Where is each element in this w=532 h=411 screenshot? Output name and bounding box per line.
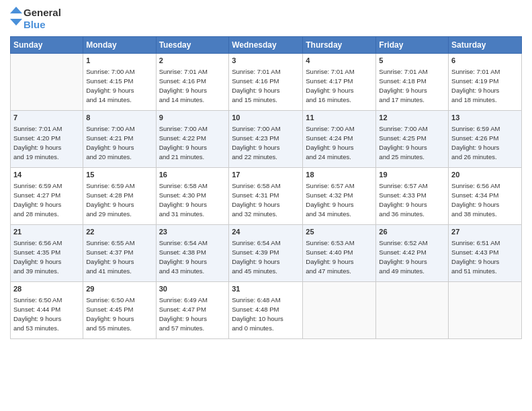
day-number: 12 [379, 113, 445, 123]
calendar-cell [449, 282, 522, 339]
calendar-cell: 21Sunrise: 6:56 AMSunset: 4:35 PMDayligh… [11, 225, 83, 282]
calendar-week-row: 28Sunrise: 6:50 AMSunset: 4:44 PMDayligh… [11, 282, 522, 339]
day-number: 17 [232, 170, 300, 180]
calendar-header-friday: Friday [376, 37, 449, 54]
day-number: 25 [306, 227, 373, 237]
day-info: Sunrise: 6:50 AMSunset: 4:45 PMDaylight:… [86, 295, 152, 332]
logo-bird-icon [10, 7, 22, 31]
calendar-cell: 23Sunrise: 6:54 AMSunset: 4:38 PMDayligh… [156, 225, 229, 282]
svg-marker-1 [10, 19, 22, 26]
day-info: Sunrise: 6:58 AMSunset: 4:30 PMDaylight:… [159, 181, 226, 218]
calendar-cell: 7Sunrise: 7:01 AMSunset: 4:20 PMDaylight… [11, 111, 83, 168]
day-info: Sunrise: 6:48 AMSunset: 4:48 PMDaylight:… [232, 295, 300, 332]
day-info: Sunrise: 7:00 AMSunset: 4:22 PMDaylight:… [159, 124, 226, 161]
day-number: 30 [159, 284, 226, 294]
day-number: 2 [159, 56, 226, 66]
day-info: Sunrise: 6:58 AMSunset: 4:31 PMDaylight:… [232, 181, 300, 218]
day-number: 19 [379, 170, 445, 180]
calendar-cell: 8Sunrise: 7:00 AMSunset: 4:21 PMDaylight… [83, 111, 156, 168]
day-number: 21 [13, 227, 80, 237]
day-info: Sunrise: 7:01 AMSunset: 4:16 PMDaylight:… [159, 67, 226, 104]
day-info: Sunrise: 6:56 AMSunset: 4:35 PMDaylight:… [13, 238, 80, 275]
page-header: General Blue [10, 7, 522, 31]
day-number: 11 [306, 113, 373, 123]
day-info: Sunrise: 6:52 AMSunset: 4:42 PMDaylight:… [379, 238, 445, 275]
calendar-cell: 29Sunrise: 6:50 AMSunset: 4:45 PMDayligh… [83, 282, 156, 339]
calendar-cell: 25Sunrise: 6:53 AMSunset: 4:40 PMDayligh… [303, 225, 376, 282]
calendar-cell [11, 54, 83, 111]
calendar-week-row: 1Sunrise: 7:00 AMSunset: 4:15 PMDaylight… [11, 54, 522, 111]
day-info: Sunrise: 6:59 AMSunset: 4:27 PMDaylight:… [13, 181, 80, 218]
day-info: Sunrise: 7:00 AMSunset: 4:21 PMDaylight:… [86, 124, 152, 161]
calendar-cell: 9Sunrise: 7:00 AMSunset: 4:22 PMDaylight… [156, 111, 229, 168]
calendar-cell [376, 282, 449, 339]
calendar-cell: 3Sunrise: 7:01 AMSunset: 4:16 PMDaylight… [229, 54, 303, 111]
calendar-cell: 15Sunrise: 6:59 AMSunset: 4:28 PMDayligh… [83, 168, 156, 225]
day-info: Sunrise: 7:00 AMSunset: 4:15 PMDaylight:… [86, 67, 152, 104]
day-info: Sunrise: 7:01 AMSunset: 4:20 PMDaylight:… [13, 124, 80, 161]
day-number: 18 [306, 170, 373, 180]
day-number: 6 [451, 56, 519, 66]
day-info: Sunrise: 6:56 AMSunset: 4:34 PMDaylight:… [451, 181, 519, 218]
calendar-week-row: 14Sunrise: 6:59 AMSunset: 4:27 PMDayligh… [11, 168, 522, 225]
logo-general: General [24, 7, 61, 19]
day-number: 16 [159, 170, 226, 180]
calendar-cell: 18Sunrise: 6:57 AMSunset: 4:32 PMDayligh… [303, 168, 376, 225]
day-number: 31 [232, 284, 300, 294]
calendar-cell: 16Sunrise: 6:58 AMSunset: 4:30 PMDayligh… [156, 168, 229, 225]
calendar-cell: 12Sunrise: 7:00 AMSunset: 4:25 PMDayligh… [376, 111, 449, 168]
day-number: 13 [451, 113, 519, 123]
day-number: 1 [86, 56, 152, 66]
calendar-week-row: 7Sunrise: 7:01 AMSunset: 4:20 PMDaylight… [11, 111, 522, 168]
day-info: Sunrise: 6:51 AMSunset: 4:43 PMDaylight:… [451, 238, 519, 275]
calendar-week-row: 21Sunrise: 6:56 AMSunset: 4:35 PMDayligh… [11, 225, 522, 282]
day-number: 23 [159, 227, 226, 237]
calendar-cell [303, 282, 376, 339]
calendar-cell: 10Sunrise: 7:00 AMSunset: 4:23 PMDayligh… [229, 111, 303, 168]
calendar-cell: 20Sunrise: 6:56 AMSunset: 4:34 PMDayligh… [449, 168, 522, 225]
day-number: 4 [306, 56, 373, 66]
day-number: 5 [379, 56, 445, 66]
calendar-cell: 26Sunrise: 6:52 AMSunset: 4:42 PMDayligh… [376, 225, 449, 282]
calendar-cell: 6Sunrise: 7:01 AMSunset: 4:19 PMDaylight… [449, 54, 522, 111]
day-number: 24 [232, 227, 300, 237]
day-info: Sunrise: 6:54 AMSunset: 4:39 PMDaylight:… [232, 238, 300, 275]
calendar-cell: 22Sunrise: 6:55 AMSunset: 4:37 PMDayligh… [83, 225, 156, 282]
day-number: 8 [86, 113, 152, 123]
calendar-cell: 2Sunrise: 7:01 AMSunset: 4:16 PMDaylight… [156, 54, 229, 111]
calendar-cell: 14Sunrise: 6:59 AMSunset: 4:27 PMDayligh… [11, 168, 83, 225]
day-info: Sunrise: 7:01 AMSunset: 4:18 PMDaylight:… [379, 67, 445, 104]
day-number: 15 [86, 170, 152, 180]
day-number: 28 [13, 284, 80, 294]
calendar-cell: 5Sunrise: 7:01 AMSunset: 4:18 PMDaylight… [376, 54, 449, 111]
calendar-cell: 19Sunrise: 6:57 AMSunset: 4:33 PMDayligh… [376, 168, 449, 225]
day-number: 7 [13, 113, 80, 123]
calendar-header-monday: Monday [83, 37, 156, 54]
day-info: Sunrise: 7:01 AMSunset: 4:19 PMDaylight:… [451, 67, 519, 104]
day-info: Sunrise: 7:00 AMSunset: 4:23 PMDaylight:… [232, 124, 300, 161]
logo: General Blue [10, 7, 61, 31]
day-number: 22 [86, 227, 152, 237]
logo-blue: Blue [24, 19, 61, 31]
calendar-cell: 27Sunrise: 6:51 AMSunset: 4:43 PMDayligh… [449, 225, 522, 282]
calendar-cell: 17Sunrise: 6:58 AMSunset: 4:31 PMDayligh… [229, 168, 303, 225]
calendar-header-tuesday: Tuesday [156, 37, 229, 54]
calendar-cell: 13Sunrise: 6:59 AMSunset: 4:26 PMDayligh… [449, 111, 522, 168]
calendar-cell: 4Sunrise: 7:01 AMSunset: 4:17 PMDaylight… [303, 54, 376, 111]
day-info: Sunrise: 6:49 AMSunset: 4:47 PMDaylight:… [159, 295, 226, 332]
day-info: Sunrise: 7:01 AMSunset: 4:17 PMDaylight:… [306, 67, 373, 104]
day-info: Sunrise: 6:55 AMSunset: 4:37 PMDaylight:… [86, 238, 152, 275]
day-number: 14 [13, 170, 80, 180]
calendar-cell: 31Sunrise: 6:48 AMSunset: 4:48 PMDayligh… [229, 282, 303, 339]
calendar-header-saturday: Saturday [449, 37, 522, 54]
calendar-cell: 30Sunrise: 6:49 AMSunset: 4:47 PMDayligh… [156, 282, 229, 339]
day-info: Sunrise: 7:00 AMSunset: 4:25 PMDaylight:… [379, 124, 445, 161]
day-info: Sunrise: 6:54 AMSunset: 4:38 PMDaylight:… [159, 238, 226, 275]
day-number: 26 [379, 227, 445, 237]
day-number: 20 [451, 170, 519, 180]
day-info: Sunrise: 6:53 AMSunset: 4:40 PMDaylight:… [306, 238, 373, 275]
logo-container: General Blue [10, 7, 61, 31]
calendar-table: SundayMondayTuesdayWednesdayThursdayFrid… [10, 36, 522, 339]
calendar-cell: 24Sunrise: 6:54 AMSunset: 4:39 PMDayligh… [229, 225, 303, 282]
day-number: 29 [86, 284, 152, 294]
